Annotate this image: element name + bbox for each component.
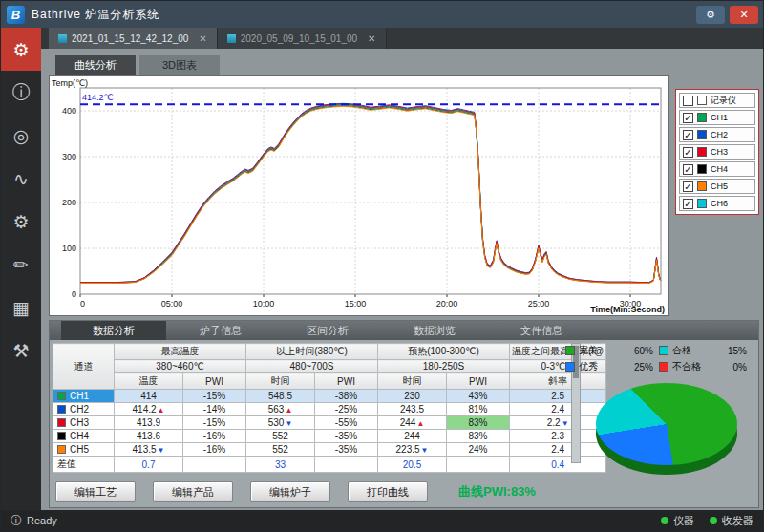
button-编辑工艺[interactable]: 编辑工艺 bbox=[55, 481, 136, 502]
sidebar-item-info-icon[interactable]: ⓘ bbox=[1, 71, 41, 114]
channel-color-swatch bbox=[697, 181, 707, 191]
sidebar-item-tools-icon[interactable]: ⚒ bbox=[1, 329, 41, 372]
channel-color-swatch bbox=[697, 130, 707, 139]
table-row[interactable]: CH1414-15%548.5-38%23043%2.5 bbox=[53, 390, 606, 403]
legend-label: CH2 bbox=[711, 130, 728, 139]
legend-label: CH4 bbox=[711, 164, 728, 174]
svg-text:414.2℃: 414.2℃ bbox=[82, 93, 114, 102]
sidebar-item-wireless-icon[interactable]: ◎ bbox=[1, 114, 41, 157]
curve-pwi-label: 曲线PWI:83% bbox=[458, 483, 536, 500]
pie-legend-label: 合格 bbox=[672, 344, 691, 357]
col-header: 时间 bbox=[378, 373, 447, 390]
footer-buttons: 编辑工艺编辑产品编辑炉子打印曲线曲线PWI:83% bbox=[55, 481, 536, 502]
table-row[interactable]: CH5413.5▼-16%552-35%223.5▼24%2.4 bbox=[53, 443, 606, 457]
tab-close-icon[interactable]: ✕ bbox=[368, 33, 375, 44]
legend-label: CH1 bbox=[711, 113, 728, 122]
pie-color-swatch bbox=[565, 346, 575, 355]
legend-label: CH6 bbox=[711, 199, 728, 208]
table-row[interactable]: CH4413.6-16%552-35%24483%2.3 bbox=[53, 430, 606, 443]
file-tabbar: 2021_01_15_12_42_12_00✕2020_05_09_10_15_… bbox=[41, 28, 763, 49]
legend-item-CH5[interactable]: ✓CH5 bbox=[679, 179, 755, 194]
checkbox-icon[interactable]: ✓ bbox=[683, 130, 693, 140]
svg-text:10:00: 10:00 bbox=[253, 299, 275, 309]
app-window: B Bathrive 炉温分析系统 ⚙ ✕ ⚙ⓘ◎∿⚙✏▦⚒ 2021_01_1… bbox=[0, 0, 764, 532]
col-group-range: 180-250S bbox=[378, 360, 510, 373]
checkbox-icon[interactable]: ✓ bbox=[683, 147, 693, 158]
channel-color-swatch bbox=[57, 445, 66, 454]
button-打印曲线[interactable]: 打印曲线 bbox=[348, 481, 428, 502]
info-icon: ⓘ bbox=[11, 513, 22, 529]
sidebar-item-chip-icon[interactable]: ▦ bbox=[1, 286, 41, 329]
pie-slices bbox=[596, 383, 737, 465]
pie-legend-item-完美: 完美60% bbox=[565, 344, 653, 357]
app-logo-icon: B bbox=[7, 6, 25, 24]
checkbox-icon[interactable]: ✓ bbox=[683, 181, 693, 192]
channel-cell: CH2 bbox=[53, 403, 115, 416]
file-tab[interactable]: 2021_01_15_12_42_12_00✕ bbox=[49, 28, 218, 49]
col-header: 温度 bbox=[115, 373, 183, 390]
pie-legend-label: 优秀 bbox=[579, 360, 598, 373]
button-编辑炉子[interactable]: 编辑炉子 bbox=[250, 481, 330, 502]
channel-cell: CH4 bbox=[53, 430, 115, 443]
legend-item-CH2[interactable]: ✓CH2 bbox=[679, 127, 755, 142]
value-cell: 43% bbox=[447, 390, 510, 403]
pie-legend-label: 不合格 bbox=[672, 360, 701, 373]
channel-color-swatch bbox=[697, 199, 707, 208]
button-编辑产品[interactable]: 编辑产品 bbox=[153, 481, 233, 502]
analysis-tab[interactable]: 炉子信息 bbox=[168, 321, 273, 340]
col-header: PWI bbox=[447, 373, 510, 390]
analysis-tab[interactable]: 数据分析 bbox=[61, 321, 166, 340]
table-row[interactable]: CH2414.2▲-14%563▲-25%243.581%2.4 bbox=[53, 403, 606, 416]
tools-icon: ⚒ bbox=[12, 340, 29, 361]
channel-color-swatch bbox=[697, 147, 707, 157]
pie-color-swatch bbox=[659, 346, 668, 355]
value-cell: 413.5▼ bbox=[115, 443, 183, 457]
value-cell: 552 bbox=[246, 443, 315, 457]
tab-close-icon[interactable]: ✕ bbox=[199, 33, 206, 44]
legend-item-CH1[interactable]: ✓CH1 bbox=[679, 110, 755, 125]
sidebar-item-curve-icon[interactable]: ∿ bbox=[1, 157, 41, 200]
pie-legend-value: 0% bbox=[733, 362, 747, 372]
pie-legend-item-合格: 合格15% bbox=[659, 344, 747, 357]
titlebar: B Bathrive 炉温分析系统 ⚙ ✕ bbox=[1, 1, 763, 28]
curve-chart-panel: 0100200300400005:0010:0015:0020:0025:003… bbox=[49, 75, 669, 316]
checkbox-icon[interactable]: ✓ bbox=[683, 164, 693, 175]
value-cell: 413.6 bbox=[115, 430, 183, 443]
status-item-label: 收发器 bbox=[722, 514, 753, 528]
view-tab-curve-analysis[interactable]: 曲线分析 bbox=[55, 55, 136, 75]
status-item-收发器: 收发器 bbox=[710, 514, 753, 528]
legend-item-CH3[interactable]: ✓CH3 bbox=[679, 144, 755, 160]
titlebar-settings-button[interactable]: ⚙ bbox=[696, 6, 725, 24]
legend-item-CH4[interactable]: ✓CH4 bbox=[679, 161, 755, 177]
value-cell: 244 bbox=[378, 430, 447, 443]
analysis-tab[interactable]: 文件信息 bbox=[489, 321, 594, 340]
table-row[interactable]: CH3413.9-15%530▼-55%244▲83%2.2▼ bbox=[53, 416, 606, 430]
analysis-tab[interactable]: 数据浏览 bbox=[382, 321, 487, 340]
sidebar-item-furnace-settings-icon[interactable]: ⚙ bbox=[1, 28, 41, 71]
sidebar-item-settings-icon[interactable]: ⚙ bbox=[1, 200, 41, 243]
legend-label: CH3 bbox=[711, 147, 728, 157]
sidebar-item-edit-icon[interactable]: ✏ bbox=[1, 243, 41, 286]
status-text: Ready bbox=[27, 515, 57, 526]
value-cell: -35% bbox=[315, 443, 378, 457]
value-cell bbox=[183, 457, 246, 473]
checkbox-icon[interactable]: ✓ bbox=[683, 199, 693, 209]
analysis-tab[interactable]: 区间分析 bbox=[275, 321, 380, 340]
pie-legend-value: 60% bbox=[634, 346, 653, 356]
legend-item-记录仪[interactable]: 记录仪 bbox=[679, 93, 755, 108]
titlebar-close-button[interactable]: ✕ bbox=[730, 6, 758, 24]
file-tab[interactable]: 2020_05_09_10_15_01_00✕ bbox=[218, 28, 387, 49]
status-ok-icon bbox=[661, 517, 668, 524]
legend-item-CH6[interactable]: ✓CH6 bbox=[679, 196, 755, 211]
value-cell: -15% bbox=[183, 416, 246, 430]
curve-file-icon bbox=[58, 34, 67, 43]
value-cell: 413.9 bbox=[115, 416, 183, 430]
table-row[interactable]: 差值0.73320.50.4 bbox=[53, 457, 606, 473]
arrow-down-icon: ▼ bbox=[285, 419, 292, 428]
view-tab-3d-chart[interactable]: 3D图表 bbox=[139, 55, 220, 75]
checkbox-icon[interactable] bbox=[683, 96, 693, 106]
value-cell: 548.5 bbox=[246, 390, 315, 403]
app-title: Bathrive 炉温分析系统 bbox=[32, 7, 159, 23]
value-cell: -38% bbox=[315, 390, 378, 403]
checkbox-icon[interactable]: ✓ bbox=[683, 113, 693, 123]
